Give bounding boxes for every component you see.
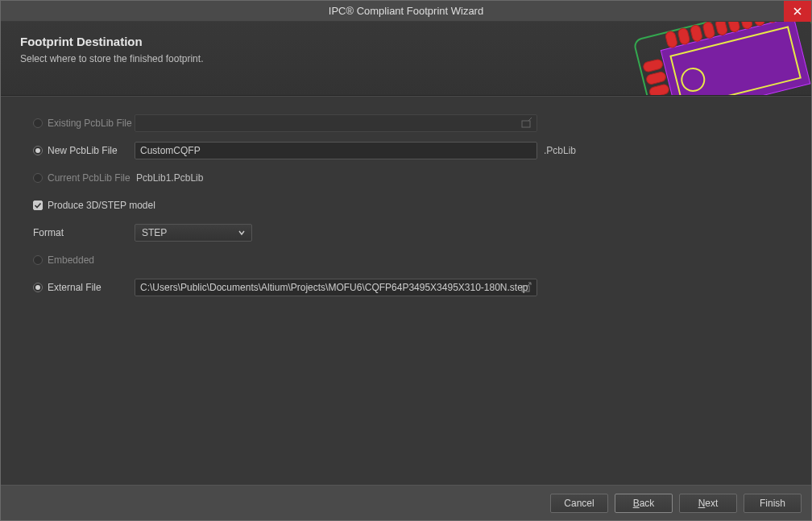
radio-external-file[interactable]	[33, 283, 43, 292]
input-external-file[interactable]	[135, 279, 537, 296]
input-new-pcblib[interactable]	[135, 142, 537, 159]
back-button-label: Back	[633, 498, 655, 509]
wizard-window: IPC® Compliant Footprint Wizard Footprin…	[0, 0, 812, 521]
svg-point-3	[679, 66, 706, 93]
browse-existing-icon	[520, 118, 533, 130]
radio-current-pcblib[interactable]	[33, 173, 43, 183]
row-produce-3d: Produce 3D/STEP model	[33, 193, 789, 217]
label-external-file: External File	[48, 282, 102, 293]
input-new-pcblib-text[interactable]	[140, 145, 532, 156]
svg-rect-14	[727, 22, 740, 33]
chevron-down-icon	[238, 227, 245, 238]
row-new-pcblib: New PcbLib File .PcbLib	[33, 139, 789, 163]
finish-button-label: Finish	[760, 498, 785, 509]
page-title: Footprint Destination	[20, 35, 792, 48]
value-current-pcblib: PcbLib1.PcbLib	[135, 172, 203, 184]
back-button[interactable]: Back	[615, 494, 673, 513]
svg-rect-17	[764, 22, 777, 23]
wizard-footer: Cancel Back Next Finish	[1, 485, 811, 520]
checkbox-produce-3d[interactable]	[33, 201, 43, 210]
label-format: Format	[33, 227, 64, 238]
row-external-file: External File	[33, 275, 789, 300]
label-new-suffix: .PcbLib	[544, 145, 576, 156]
page-subtitle: Select where to store the finished footp…	[20, 53, 792, 64]
next-button-label: Next	[698, 498, 719, 509]
cancel-button-label: Cancel	[564, 498, 594, 509]
label-existing-pcblib: Existing PcbLib File	[48, 118, 132, 129]
radio-existing-pcblib[interactable]	[33, 118, 43, 128]
input-existing-pcblib-text	[140, 118, 532, 129]
input-existing-pcblib	[135, 114, 537, 132]
close-icon	[793, 7, 802, 15]
svg-rect-5	[645, 71, 666, 85]
svg-rect-19	[522, 121, 530, 127]
label-produce-3d: Produce 3D/STEP model	[48, 200, 155, 211]
label-embedded: Embedded	[48, 254, 94, 266]
close-button[interactable]	[784, 1, 811, 22]
dropdown-format[interactable]: STEP	[135, 224, 252, 242]
row-current-pcblib: Current PcbLib File PcbLib1.PcbLib	[33, 166, 789, 190]
browse-external-icon[interactable]	[520, 282, 533, 295]
input-external-file-text[interactable]	[140, 282, 532, 293]
window-title: IPC® Compliant Footprint Wizard	[329, 5, 483, 17]
row-embedded: Embedded	[33, 248, 789, 272]
cancel-button[interactable]: Cancel	[550, 494, 608, 513]
svg-rect-15	[740, 22, 752, 30]
row-existing-pcblib: Existing PcbLib File	[33, 111, 789, 135]
row-format: Format STEP	[33, 221, 789, 245]
svg-rect-16	[752, 22, 765, 27]
radio-new-pcblib[interactable]	[33, 146, 43, 155]
wizard-header: Footprint Destination Select where to st…	[1, 22, 811, 96]
label-current-pcblib: Current PcbLib File	[48, 172, 130, 184]
radio-embedded[interactable]	[33, 255, 43, 265]
titlebar: IPC® Compliant Footprint Wizard	[1, 1, 811, 22]
finish-button[interactable]: Finish	[744, 494, 802, 513]
wizard-content: Existing PcbLib File New PcbLib File .Pc…	[1, 96, 811, 485]
svg-rect-13	[715, 22, 727, 36]
svg-rect-20	[522, 286, 529, 292]
svg-rect-6	[648, 84, 669, 96]
check-icon	[34, 201, 42, 209]
dropdown-format-value: STEP	[142, 227, 167, 238]
label-new-pcblib: New PcbLib File	[48, 145, 118, 156]
next-button[interactable]: Next	[679, 494, 737, 513]
